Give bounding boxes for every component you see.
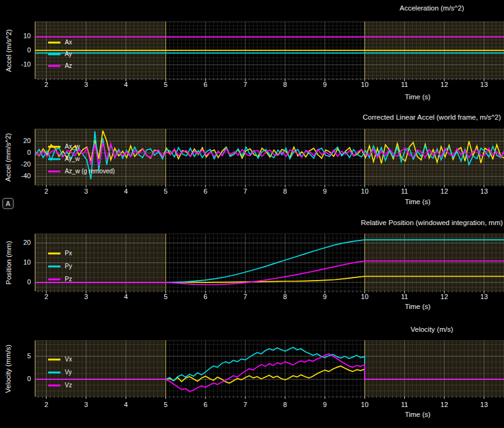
y-tick-label: 20 xyxy=(0,137,31,144)
x-tick-label: 10 xyxy=(352,401,377,408)
x-tick-label: 8 xyxy=(273,401,297,408)
x-axis-label: Time (s) xyxy=(405,411,431,418)
x-tick-label: 7 xyxy=(233,293,258,300)
y-tick-label: 0 xyxy=(0,375,31,382)
x-tick-label: 11 xyxy=(392,293,417,300)
x-tick-label: 13 xyxy=(472,401,497,408)
integration-window-shade xyxy=(365,340,504,397)
chart-title: Relative Position (windowed integration,… xyxy=(361,219,503,226)
x-tick-label: 12 xyxy=(432,293,456,300)
x-tick-label: 6 xyxy=(193,81,218,88)
y-tick-label: -10 xyxy=(0,60,31,68)
x-tick-label: 8 xyxy=(273,187,297,195)
x-tick-label: 13 xyxy=(472,187,497,195)
x-tick-label: 12 xyxy=(432,401,456,408)
x-tick-label: 3 xyxy=(74,293,99,300)
x-tick-label: 7 xyxy=(233,187,258,195)
legend-label: Ay_w xyxy=(65,155,80,162)
y-tick-label: 0 xyxy=(0,149,31,156)
y-tick-label: -40 xyxy=(0,172,31,179)
x-tick-label: 2 xyxy=(34,401,59,408)
x-tick-label: 7 xyxy=(233,401,258,408)
legend-label: Vx xyxy=(65,356,72,363)
x-tick-label: 7 xyxy=(233,81,258,88)
x-tick-label: 13 xyxy=(472,293,497,300)
legend-label: Py xyxy=(65,263,72,270)
x-tick-label: 11 xyxy=(392,187,417,195)
plot-graphics xyxy=(0,0,504,428)
y-tick-label: 10 xyxy=(0,32,31,39)
x-tick-label: 13 xyxy=(472,81,497,88)
legend-label: Px xyxy=(65,250,72,257)
x-tick-label: 5 xyxy=(154,81,178,88)
x-tick-label: 6 xyxy=(193,293,218,300)
x-axis-label: Time (s) xyxy=(405,198,431,205)
x-axis-label: Time (s) xyxy=(405,303,431,310)
chart-title: Corrected Linear Accel (world frame, m/s… xyxy=(363,113,501,121)
x-tick-label: 4 xyxy=(114,187,138,195)
subplot-relative-position xyxy=(35,234,504,294)
x-tick-label: 3 xyxy=(74,81,99,88)
x-tick-marks xyxy=(38,397,504,399)
x-tick-label: 2 xyxy=(34,293,59,300)
x-tick-label: 2 xyxy=(34,81,59,88)
y-tick-label: 0 xyxy=(0,278,31,286)
subplot-corrected-linear-accel xyxy=(35,129,504,187)
x-tick-label: 4 xyxy=(114,401,138,408)
x-tick-label: 12 xyxy=(432,81,456,88)
legend-label: Ax_w xyxy=(65,143,80,150)
x-tick-label: 9 xyxy=(313,293,337,300)
x-tick-label: 4 xyxy=(114,293,138,300)
x-tick-label: 4 xyxy=(114,81,138,88)
x-tick-label: 9 xyxy=(313,81,337,88)
chart-title: Acceleration (m/s^2) xyxy=(400,4,464,12)
subplot-velocity xyxy=(35,340,504,399)
legend-label: Pz xyxy=(65,276,72,282)
legend-label: Vz xyxy=(65,382,72,389)
x-tick-label: 8 xyxy=(273,293,297,300)
subplot-acceleration xyxy=(35,22,504,81)
x-tick-label: 6 xyxy=(193,401,218,408)
x-tick-label: 10 xyxy=(352,293,377,300)
integration-window-shade xyxy=(35,340,166,397)
x-tick-label: 6 xyxy=(193,187,218,195)
x-tick-label: 10 xyxy=(352,187,377,195)
legend-label: Ay xyxy=(65,51,72,57)
y-tick-label: 10 xyxy=(0,258,31,266)
boxed-a-icon[interactable]: A xyxy=(2,198,14,209)
legend-label: Ax xyxy=(65,39,72,46)
x-tick-label: 3 xyxy=(74,401,99,408)
x-tick-label: 11 xyxy=(392,401,417,408)
x-tick-label: 5 xyxy=(154,401,178,408)
x-tick-label: 9 xyxy=(313,187,337,195)
x-tick-label: 5 xyxy=(154,293,178,300)
y-tick-label: 5 xyxy=(0,352,31,360)
x-tick-label: 9 xyxy=(313,401,337,408)
x-tick-label: 10 xyxy=(352,81,377,88)
legend-label: Az_w (g removed) xyxy=(65,168,115,175)
x-tick-label: 3 xyxy=(74,187,99,195)
y-tick-label: -20 xyxy=(0,160,31,168)
figure-canvas: A AxAyAzAcceleration (m/s^2)Accel (m/s^2… xyxy=(0,0,504,428)
legend-label: Vy xyxy=(65,369,72,376)
x-tick-label: 2 xyxy=(34,187,59,195)
x-tick-label: 11 xyxy=(392,81,417,88)
legend-label: Az xyxy=(65,62,72,69)
y-tick-label: 0 xyxy=(0,46,31,54)
x-tick-label: 8 xyxy=(273,81,297,88)
x-tick-label: 5 xyxy=(154,187,178,195)
chart-title: Velocity (m/s) xyxy=(410,326,453,333)
y-tick-label: 20 xyxy=(0,239,31,246)
x-axis-label: Time (s) xyxy=(405,93,431,101)
x-tick-label: 12 xyxy=(432,187,456,195)
